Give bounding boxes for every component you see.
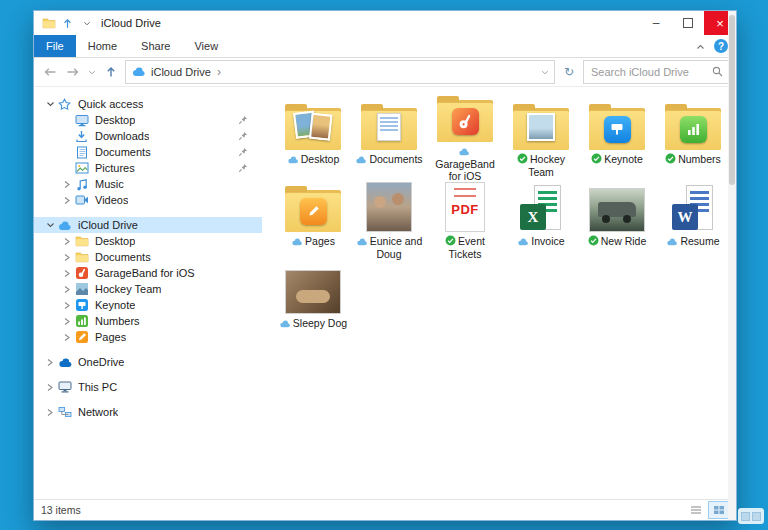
sidebar-item-qa-desktop[interactable]: Desktop xyxy=(34,112,262,128)
file-hockey-team[interactable]: Hockey Team xyxy=(503,100,579,182)
sidebar-item-ic-numbers[interactable]: Numbers xyxy=(34,313,262,329)
file-sleepy-dog[interactable]: Sleepy Dog xyxy=(275,264,351,346)
chevron-right-icon[interactable] xyxy=(61,269,73,278)
file-desktop[interactable]: Desktop xyxy=(275,100,351,182)
chevron-right-icon[interactable] xyxy=(61,285,73,294)
chevron-right-icon[interactable] xyxy=(61,333,73,342)
scrollbar-thumb[interactable] xyxy=(729,87,735,185)
sidebar-item-label: Videos xyxy=(95,194,128,206)
sidebar-item-ic-desktop[interactable]: Desktop xyxy=(34,233,262,249)
file-list-area[interactable]: DesktopDocumentsGarageBand for iOSHockey… xyxy=(262,87,736,499)
help-icon[interactable]: ? xyxy=(714,39,728,53)
chevron-right-icon[interactable] xyxy=(61,237,73,246)
sidebar-scrollbar[interactable] xyxy=(728,87,736,499)
file-label: Pages xyxy=(291,235,335,248)
recent-locations-chevron-icon[interactable] xyxy=(87,62,97,82)
sidebar-item-qa-videos[interactable]: Videos xyxy=(34,192,262,208)
file-new-ride[interactable]: New Ride xyxy=(579,182,655,264)
desktop-corner-widget xyxy=(738,508,764,524)
search-box[interactable] xyxy=(583,60,729,84)
sidebar-item-label: Documents xyxy=(95,251,151,263)
ribbon-collapse-icon[interactable] xyxy=(696,37,705,55)
back-button[interactable] xyxy=(41,62,59,82)
sidebar-item-ic-documents[interactable]: Documents xyxy=(34,249,262,265)
address-dropdown-icon[interactable] xyxy=(541,69,549,76)
chevron-right-icon[interactable] xyxy=(61,301,73,310)
chevron-right-icon[interactable] xyxy=(61,317,73,326)
sidebar-item-ic-pages[interactable]: Pages xyxy=(34,329,262,345)
file-pages[interactable]: Pages xyxy=(275,182,351,264)
file-name: Documents xyxy=(369,153,422,165)
sidebar-item-onedrive[interactable]: OneDrive xyxy=(34,354,262,370)
qat-customize-chevron-icon[interactable] xyxy=(78,15,95,32)
sidebar-item-label: Pages xyxy=(95,331,126,343)
file-name: Desktop xyxy=(301,153,340,165)
sidebar-item-label: GarageBand for iOS xyxy=(95,267,195,279)
sidebar-item-icloud-drive[interactable]: iCloud Drive xyxy=(34,217,262,233)
network-icon xyxy=(56,406,73,418)
sidebar-item-qa-pictures[interactable]: Pictures xyxy=(34,160,262,176)
tab-view[interactable]: View xyxy=(182,35,230,57)
file-eunice-and-doug[interactable]: Eunice and Doug xyxy=(351,182,427,264)
thumbnails-view-button[interactable] xyxy=(708,501,729,519)
window-title: iCloud Drive xyxy=(101,17,161,29)
sidebar-item-qa-music[interactable]: Music xyxy=(34,176,262,192)
qat-up-icon[interactable] xyxy=(59,15,76,32)
chevron-right-icon[interactable] xyxy=(44,383,56,392)
file-resume[interactable]: WResume xyxy=(655,182,731,264)
sidebar-item-qa-downloads[interactable]: Downloads xyxy=(34,128,262,144)
sidebar-item-ic-hockey-team[interactable]: Hockey Team xyxy=(34,281,262,297)
cloud-status-icon xyxy=(291,237,303,246)
sidebar-item-this-pc[interactable]: This PC xyxy=(34,379,262,395)
status-bar: 13 items xyxy=(34,499,736,520)
chevron-right-icon[interactable] xyxy=(44,408,56,417)
refresh-button[interactable]: ↻ xyxy=(560,62,578,82)
sidebar-item-network[interactable]: Network xyxy=(34,404,262,420)
sidebar-item-ic-keynote[interactable]: Keynote xyxy=(34,297,262,313)
documents-icon xyxy=(73,146,90,159)
up-button[interactable] xyxy=(102,62,120,82)
file-numbers[interactable]: Numbers xyxy=(655,100,731,182)
file-label: Resume xyxy=(666,235,719,248)
file-name: Sleepy Dog xyxy=(293,317,347,329)
address-box[interactable]: iCloud Drive › xyxy=(125,60,555,84)
file-event-tickets[interactable]: PDFEvent Tickets xyxy=(427,182,503,264)
chevron-down-icon[interactable] xyxy=(44,100,56,108)
star-icon xyxy=(56,98,73,111)
cloud-status-icon xyxy=(355,155,367,164)
chevron-right-icon[interactable] xyxy=(61,196,73,205)
sidebar-item-label: OneDrive xyxy=(78,356,124,368)
chevron-right-icon[interactable] xyxy=(44,358,56,367)
cloud-status-icon xyxy=(279,319,291,328)
excel-icon: X xyxy=(518,182,564,232)
file-keynote[interactable]: Keynote xyxy=(579,100,655,182)
forward-button[interactable] xyxy=(64,62,82,82)
sidebar-item-label: Desktop xyxy=(95,235,135,247)
sidebar-item-qa-documents[interactable]: Documents xyxy=(34,144,262,160)
file-garageband-for-ios[interactable]: GarageBand for iOS xyxy=(427,100,503,182)
maximize-button[interactable] xyxy=(672,11,704,35)
minimize-button[interactable]: – xyxy=(640,11,672,35)
breadcrumb-chevron[interactable]: › xyxy=(217,65,221,79)
chevron-right-icon[interactable] xyxy=(61,180,73,189)
file-documents[interactable]: Documents xyxy=(351,100,427,182)
file-invoice[interactable]: XInvoice xyxy=(503,182,579,264)
search-input[interactable] xyxy=(589,65,712,79)
tab-file[interactable]: File xyxy=(34,35,76,57)
details-view-button[interactable] xyxy=(685,501,706,519)
ribbon-tabs: File Home Share View ? xyxy=(34,35,736,58)
word-icon: W xyxy=(670,182,716,232)
numbers-small-icon xyxy=(73,315,90,327)
breadcrumb-location[interactable]: iCloud Drive xyxy=(151,66,211,78)
sidebar-item-quick-access[interactable]: Quick access xyxy=(34,96,262,112)
chevron-down-icon[interactable] xyxy=(44,221,56,229)
titlebar[interactable]: iCloud Drive – × xyxy=(34,11,736,35)
folder-icon xyxy=(73,251,90,263)
sidebar-item-ic-garageband[interactable]: GarageBand for iOS xyxy=(34,265,262,281)
cloud-status-icon xyxy=(666,237,678,246)
chevron-right-icon[interactable] xyxy=(61,253,73,262)
explorer-content: Quick accessDesktopDownloadsDocumentsPic… xyxy=(34,87,736,499)
tab-home[interactable]: Home xyxy=(76,35,129,57)
tab-share[interactable]: Share xyxy=(129,35,182,57)
file-label: Hockey Team xyxy=(506,153,576,178)
